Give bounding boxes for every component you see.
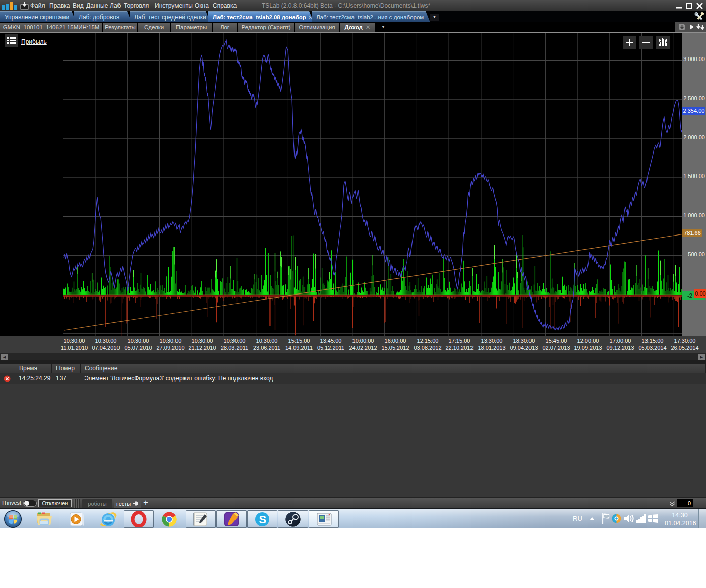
svg-text:S: S [259, 513, 267, 526]
